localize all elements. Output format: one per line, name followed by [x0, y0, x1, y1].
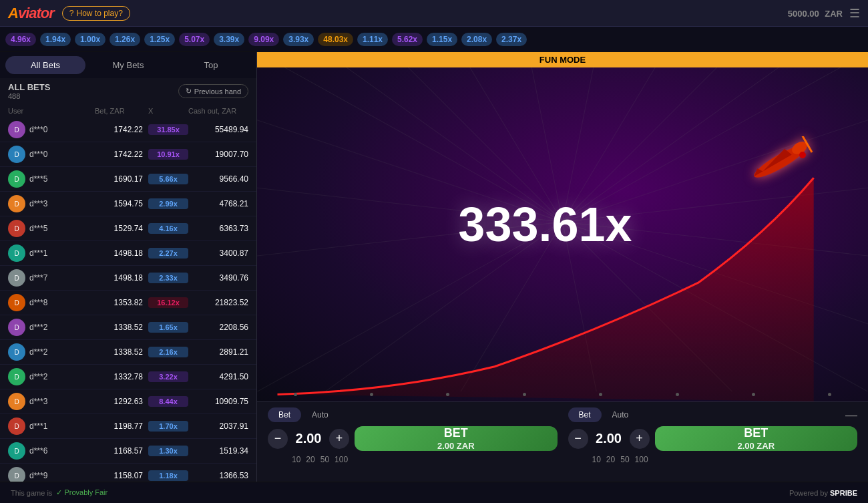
panel-tab-auto[interactable]: Auto — [301, 407, 339, 422]
bet-amount: 1168.57 — [95, 446, 148, 456]
bet-amount: 1498.18 — [95, 273, 148, 283]
multiplier-chip[interactable]: 9.09x — [248, 33, 279, 46]
spribe-brand: SPRIBE — [830, 489, 857, 497]
decrease-amount-button[interactable]: − — [568, 429, 588, 449]
table-row: D d***2 1338.52 1.65x 2208.56 — [0, 315, 256, 340]
bet-amount: 1594.75 — [95, 199, 148, 208]
multiplier-chip[interactable]: 1.15x — [427, 33, 457, 46]
quick-amount[interactable]: 100 — [635, 455, 648, 464]
user-cell: D d***1 — [8, 417, 95, 435]
increase-amount-button[interactable]: + — [329, 429, 349, 449]
quick-amount[interactable]: 100 — [335, 455, 348, 464]
panel-tab-bet[interactable]: Bet — [568, 407, 602, 422]
bet-controls: − 2.00 + BET 2.00 ZAR — [268, 426, 558, 451]
left-panel: All BetsMy BetsTop ALL BETS 488 ↻ Previo… — [0, 52, 257, 482]
multiplier-badge: 16.12x — [148, 297, 188, 308]
menu-button[interactable]: ☰ — [849, 6, 860, 21]
bet-amount: 1292.63 — [95, 397, 148, 406]
bet-panel-1: BetAuto − 2.00 + BET 2.00 ZAR 102050100 — [268, 407, 558, 476]
refresh-icon: ↻ — [186, 87, 192, 96]
quick-amount[interactable]: 10 — [592, 455, 601, 464]
question-icon: ? — [69, 9, 74, 18]
panel-tab-auto[interactable]: Auto — [602, 407, 640, 422]
table-row: D d***7 1498.18 2.33x 3490.76 — [0, 266, 256, 291]
tab-my-bets[interactable]: My Bets — [88, 56, 168, 74]
user-cell: D d***9 — [8, 467, 95, 482]
nav-left: Aviator ? How to play? — [8, 5, 130, 22]
bet-amount: 1332.78 — [95, 372, 148, 381]
cashout-amount: 4768.21 — [188, 199, 248, 208]
dots-row — [257, 393, 868, 396]
bet-amount: 1338.52 — [95, 347, 148, 357]
multiplier-chip[interactable]: 1.94x — [40, 33, 71, 46]
quick-amounts: 102050100 — [292, 455, 558, 464]
panel-collapse-button[interactable]: — — [845, 408, 857, 422]
username: d***8 — [29, 298, 47, 307]
username: d***0 — [29, 150, 47, 159]
main-content: All BetsMy BetsTop ALL BETS 488 ↻ Previo… — [0, 52, 868, 482]
quick-amount[interactable]: 50 — [620, 455, 629, 464]
multiplier-badge: 1.18x — [148, 470, 188, 481]
dot — [446, 393, 449, 396]
logo: Aviator — [8, 5, 54, 22]
cashout-amount: 4291.50 — [188, 372, 248, 381]
username: d***5 — [29, 174, 47, 184]
provably-fair-link[interactable]: ✓ Provably Fair — [56, 488, 107, 497]
quick-amount[interactable]: 20 — [606, 455, 615, 464]
panel-tab-bet[interactable]: Bet — [268, 407, 301, 422]
dot — [599, 393, 602, 396]
multiplier-chip[interactable]: 2.08x — [461, 33, 492, 46]
bets-count: 488 — [8, 92, 50, 100]
decrease-amount-button[interactable]: − — [268, 429, 288, 449]
bottom-controls: BetAuto − 2.00 + BET 2.00 ZAR 102050100 … — [257, 401, 868, 482]
multiplier-chip[interactable]: 1.25x — [144, 33, 175, 46]
table-header: UserBet, ZARXCash out, ZAR — [0, 104, 256, 118]
bet-button[interactable]: BET 2.00 ZAR — [655, 426, 858, 451]
how-to-play-button[interactable]: ? How to play? — [62, 6, 130, 21]
multiplier-chip[interactable]: 1.00x — [75, 33, 105, 46]
table-row: D d***0 1742.22 10.91x 19007.70 — [0, 142, 256, 167]
multiplier-chip[interactable]: 1.26x — [110, 33, 140, 46]
avatar: D — [8, 417, 25, 435]
table-row: D d***1 1498.18 2.27x 3400.87 — [0, 241, 256, 266]
bet-amount: 1353.82 — [95, 298, 148, 307]
multiplier-chip[interactable]: 3.93x — [283, 33, 314, 46]
quick-amount[interactable]: 50 — [320, 455, 329, 464]
multiplier-bar: 4.96x1.94x1.00x1.26x1.25x5.07x3.39x9.09x… — [0, 27, 868, 52]
table-row: D d***5 1529.74 4.16x 6363.73 — [0, 216, 256, 241]
user-cell: D d***6 — [8, 442, 95, 460]
multiplier-chip[interactable]: 1.11x — [357, 33, 388, 46]
increase-amount-button[interactable]: + — [630, 429, 650, 449]
avatar: D — [8, 244, 25, 262]
quick-amount[interactable]: 20 — [306, 455, 314, 464]
multiplier-chip[interactable]: 5.07x — [179, 33, 210, 46]
multiplier-chip[interactable]: 3.39x — [214, 33, 244, 46]
amount-display: 2.00 — [592, 431, 626, 446]
top-nav: Aviator ? How to play? 5000.00 ZAR ☰ — [0, 0, 868, 27]
cashout-amount: 2208.56 — [188, 323, 248, 332]
multiplier-chip[interactable]: 4.96x — [5, 33, 36, 46]
dot — [294, 393, 297, 396]
tab-all-bets[interactable]: All Bets — [5, 56, 85, 74]
table-row: D d***8 1353.82 16.12x 21823.52 — [0, 291, 256, 315]
multiplier-chip[interactable]: 2.37x — [496, 33, 527, 46]
user-cell: D d***5 — [8, 220, 95, 237]
multiplier-chip[interactable]: 5.62x — [392, 33, 423, 46]
bet-button[interactable]: BET 2.00 ZAR — [355, 426, 558, 451]
column-header: User — [8, 107, 95, 115]
dot — [370, 393, 373, 396]
multiplier-badge: 2.99x — [148, 198, 188, 209]
tab-top[interactable]: Top — [171, 56, 251, 74]
cashout-amount: 1519.34 — [188, 446, 248, 456]
user-cell: D d***3 — [8, 393, 95, 410]
amount-control: − 2.00 + — [568, 429, 650, 449]
cashout-amount: 19007.70 — [188, 150, 248, 159]
multiplier-chip[interactable]: 48.03x — [318, 33, 353, 46]
username: d***2 — [29, 347, 47, 357]
multiplier-badge: 2.27x — [148, 248, 188, 259]
bet-amount: 1338.52 — [95, 323, 148, 332]
quick-amount[interactable]: 10 — [292, 455, 300, 464]
prev-hand-button[interactable]: ↻ Previous hand — [178, 84, 248, 98]
multiplier-badge: 5.66x — [148, 174, 188, 184]
table-row: D d***3 1594.75 2.99x 4768.21 — [0, 192, 256, 216]
